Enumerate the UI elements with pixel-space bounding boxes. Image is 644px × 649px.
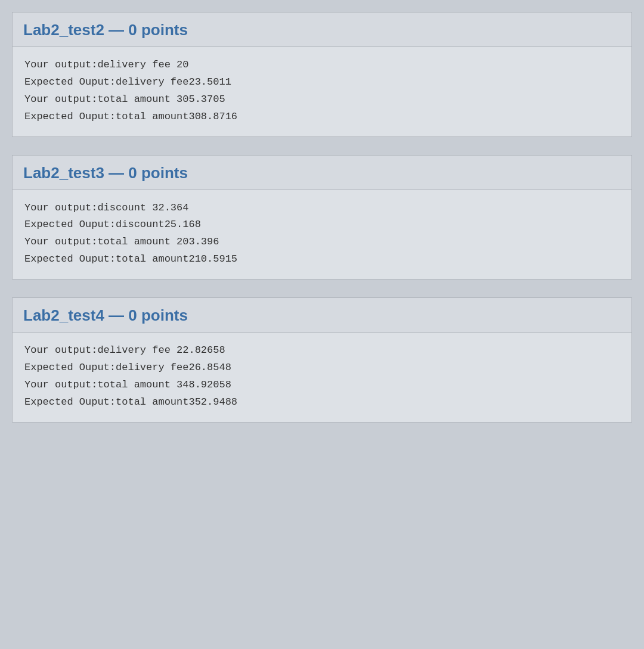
test-body-lab2-test2: Your output:delivery fee 20Expected Oupu… xyxy=(12,46,632,137)
section-divider xyxy=(12,148,632,155)
test-title-lab2-test3: Lab2_test3 — 0 points xyxy=(23,164,188,182)
output-line-lab2-test2-0: Your output:delivery fee 20 xyxy=(24,57,620,74)
output-line-lab2-test3-2: Your output:total amount 203.396 xyxy=(24,234,620,251)
output-line-lab2-test4-3: Expected Ouput:total amount352.9488 xyxy=(24,394,620,411)
test-section-lab2-test2: Lab2_test2 — 0 pointsYour output:deliver… xyxy=(12,12,632,137)
output-line-lab2-test3-3: Expected Ouput:total amount210.5915 xyxy=(24,251,620,268)
output-line-lab2-test3-0: Your output:discount 32.364 xyxy=(24,200,620,217)
output-line-lab2-test4-0: Your output:delivery fee 22.82658 xyxy=(24,342,620,359)
output-line-lab2-test2-1: Expected Ouput:delivery fee23.5011 xyxy=(24,74,620,91)
output-line-lab2-test4-1: Expected Ouput:delivery fee26.8548 xyxy=(24,359,620,377)
output-line-lab2-test3-1: Expected Ouput:discount25.168 xyxy=(24,216,620,234)
test-header-lab2-test3: Lab2_test3 — 0 points xyxy=(12,155,632,190)
test-header-lab2-test2: Lab2_test2 — 0 points xyxy=(12,12,632,46)
test-title-lab2-test2: Lab2_test2 — 0 points xyxy=(23,21,188,39)
test-header-lab2-test4: Lab2_test4 — 0 points xyxy=(12,297,632,332)
test-body-lab2-test3: Your output:discount 32.364Expected Oupu… xyxy=(12,190,632,280)
output-line-lab2-test2-2: Your output:total amount 305.3705 xyxy=(24,91,620,108)
test-title-lab2-test4: Lab2_test4 — 0 points xyxy=(23,306,188,324)
test-body-lab2-test4: Your output:delivery fee 22.82658Expecte… xyxy=(12,332,632,423)
test-section-lab2-test4: Lab2_test4 — 0 pointsYour output:deliver… xyxy=(12,297,632,423)
test-section-lab2-test3: Lab2_test3 — 0 pointsYour output:discoun… xyxy=(12,155,632,280)
output-line-lab2-test2-3: Expected Ouput:total amount308.8716 xyxy=(24,108,620,126)
page-container: Lab2_test2 — 0 pointsYour output:deliver… xyxy=(0,6,644,439)
section-divider xyxy=(12,290,632,297)
output-line-lab2-test4-2: Your output:total amount 348.92058 xyxy=(24,377,620,394)
